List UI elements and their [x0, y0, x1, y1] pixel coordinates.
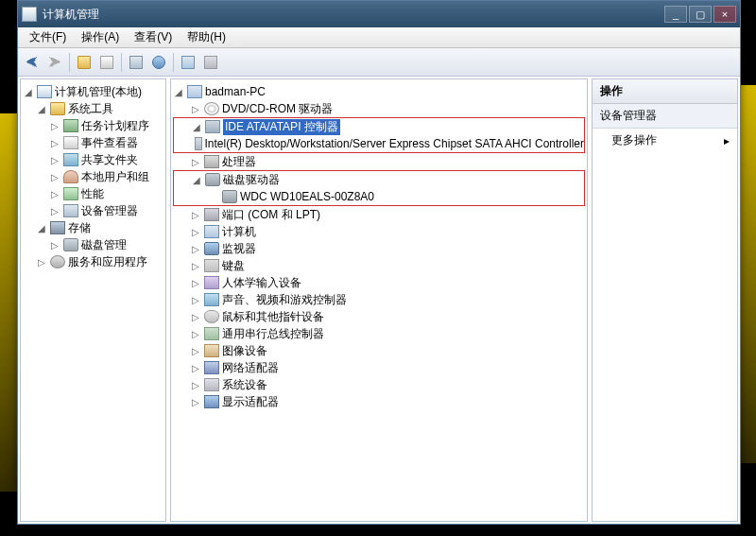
tool-btn-6[interactable] — [200, 52, 221, 73]
device-node[interactable]: ▷处理器 — [173, 153, 585, 170]
device-root[interactable]: ◢badman-PC — [173, 83, 585, 100]
tool-btn-2[interactable] — [96, 52, 117, 73]
separator-icon — [173, 53, 174, 72]
toggle-icon[interactable]: ▷ — [190, 157, 201, 167]
actions-more[interactable]: 更多操作 ▸ — [593, 129, 737, 152]
device-node[interactable]: ▷声音、视频和游戏控制器 — [173, 291, 585, 308]
pc-icon — [187, 85, 202, 98]
body-panes: ◢计算机管理(本地)◢系统工具▷任务计划程序▷事件查看器▷共享文件夹▷本地用户和… — [18, 77, 740, 524]
tree-item[interactable]: ▷共享文件夹 — [23, 151, 163, 168]
close-button[interactable]: × — [713, 6, 736, 23]
kbd-icon — [204, 259, 219, 272]
menu-view[interactable]: 查看(V) — [127, 27, 180, 47]
center-pane[interactable]: ◢badman-PC▷DVD/CD-ROM 驱动器◢IDE ATA/ATAPI … — [170, 78, 588, 522]
mouse-icon — [204, 310, 219, 323]
arrow-left-icon: ⮜ — [26, 55, 39, 70]
help-icon — [152, 56, 165, 69]
toggle-icon[interactable]: ▷ — [190, 261, 201, 271]
toggle-icon[interactable]: ▷ — [190, 380, 201, 390]
menu-file[interactable]: 文件(F) — [22, 27, 74, 47]
toggle-icon[interactable]: ▷ — [190, 244, 201, 254]
toggle-icon[interactable]: ▷ — [49, 155, 60, 165]
toggle-icon[interactable]: ◢ — [36, 104, 47, 114]
hdd-icon — [222, 190, 237, 203]
tree-item[interactable]: ▷设备管理器 — [23, 202, 163, 219]
tree-item[interactable]: ▷磁盘管理 — [23, 236, 163, 253]
toggle-icon[interactable]: ▷ — [49, 189, 60, 199]
device-node[interactable]: ◢磁盘驱动器 — [174, 171, 584, 188]
toggle-icon[interactable]: ▷ — [190, 346, 201, 356]
menu-help[interactable]: 帮助(H) — [180, 27, 233, 47]
toggle-icon[interactable]: ▷ — [190, 227, 201, 237]
tree-item[interactable]: ▷本地用户和组 — [23, 168, 163, 185]
tree-group[interactable]: ◢系统工具 — [23, 100, 163, 117]
device-node[interactable]: WDC WD10EALS-00Z8A0 — [174, 188, 584, 205]
tool-btn-1[interactable] — [74, 52, 94, 73]
toggle-icon[interactable]: ▷ — [49, 206, 60, 216]
tree-label: IDE ATA/ATAPI 控制器 — [223, 119, 340, 135]
menu-action[interactable]: 操作(A) — [74, 27, 127, 47]
device-node[interactable]: ▷通用串行总线控制器 — [173, 325, 585, 342]
service-icon — [50, 255, 65, 268]
device-node[interactable]: ▷端口 (COM 和 LPT) — [173, 206, 585, 223]
device-node[interactable]: ▷人体学输入设备 — [173, 274, 585, 291]
tree-label: 通用串行总线控制器 — [222, 326, 324, 342]
tree-group[interactable]: ◢存储 — [23, 219, 163, 236]
toggle-icon[interactable]: ▷ — [49, 138, 60, 148]
net-icon — [204, 361, 219, 374]
display-icon — [204, 395, 219, 408]
device-node[interactable]: ◢IDE ATA/ATAPI 控制器 — [174, 118, 584, 135]
device-node[interactable]: Intel(R) Desktop/Workstation/Server Expr… — [174, 135, 584, 152]
titlebar[interactable]: 计算机管理 _ ▢ × — [18, 1, 740, 27]
toggle-icon[interactable]: ▷ — [190, 104, 201, 114]
port-icon — [204, 208, 219, 221]
device-node[interactable]: ▷DVD/CD-ROM 驱动器 — [173, 100, 585, 117]
device-node[interactable]: ▷键盘 — [173, 257, 585, 274]
device-node[interactable]: ▷显示适配器 — [173, 393, 585, 410]
toggle-icon[interactable]: ▷ — [190, 295, 201, 305]
tool-btn-5[interactable] — [178, 52, 198, 73]
actions-pane[interactable]: 操作 设备管理器 更多操作 ▸ — [592, 78, 738, 522]
toggle-icon[interactable]: ▷ — [190, 210, 201, 220]
left-pane[interactable]: ◢计算机管理(本地)◢系统工具▷任务计划程序▷事件查看器▷共享文件夹▷本地用户和… — [20, 78, 166, 522]
toggle-icon[interactable]: ◢ — [191, 122, 202, 132]
toggle-icon[interactable]: ▷ — [49, 240, 60, 251]
toggle-icon[interactable]: ▷ — [190, 329, 201, 339]
tree-group[interactable]: ▷服务和应用程序 — [23, 253, 163, 270]
toggle-icon[interactable]: ▷ — [49, 172, 60, 182]
toggle-icon[interactable]: ◢ — [173, 87, 184, 97]
user-icon — [63, 170, 78, 183]
actions-section: 设备管理器 — [593, 104, 737, 129]
tree-root[interactable]: ◢计算机管理(本地) — [23, 83, 163, 100]
toggle-icon[interactable]: ◢ — [191, 175, 202, 185]
toggle-icon[interactable]: ▷ — [190, 278, 201, 288]
task-icon — [63, 119, 78, 132]
toggle-icon[interactable]: ◢ — [23, 87, 34, 97]
desktop-bg-right — [739, 85, 756, 463]
device-node[interactable]: ▷鼠标和其他指针设备 — [173, 308, 585, 325]
tree-item[interactable]: ▷事件查看器 — [23, 134, 163, 151]
device-node[interactable]: ▷图像设备 — [173, 342, 585, 359]
toggle-icon[interactable]: ▷ — [36, 257, 47, 268]
forward-button[interactable]: ⮞ — [44, 52, 65, 73]
tree-item[interactable]: ▷任务计划程序 — [23, 117, 163, 134]
minimize-button[interactable]: _ — [664, 6, 687, 23]
window-buttons: _ ▢ × — [664, 6, 736, 23]
back-button[interactable]: ⮜ — [22, 52, 43, 73]
device-node[interactable]: ▷监视器 — [173, 240, 585, 257]
actions-more-label: 更多操作 — [611, 132, 657, 148]
toggle-icon[interactable]: ▷ — [49, 121, 60, 131]
maximize-button[interactable]: ▢ — [689, 6, 712, 23]
device-node[interactable]: ▷网络适配器 — [173, 359, 585, 376]
device-node[interactable]: ▷系统设备 — [173, 376, 585, 393]
tree-item[interactable]: ▷性能 — [23, 185, 163, 202]
toggle-icon[interactable]: ◢ — [36, 223, 47, 233]
tool-btn-4[interactable] — [148, 52, 169, 73]
device-node[interactable]: ▷计算机 — [173, 223, 585, 240]
toggle-icon[interactable]: ▷ — [190, 397, 201, 407]
toggle-icon[interactable]: ▷ — [190, 312, 201, 322]
dvd-icon — [204, 102, 219, 115]
window-title: 计算机管理 — [43, 7, 664, 23]
toggle-icon[interactable]: ▷ — [190, 363, 201, 373]
tool-btn-3[interactable] — [126, 52, 146, 73]
